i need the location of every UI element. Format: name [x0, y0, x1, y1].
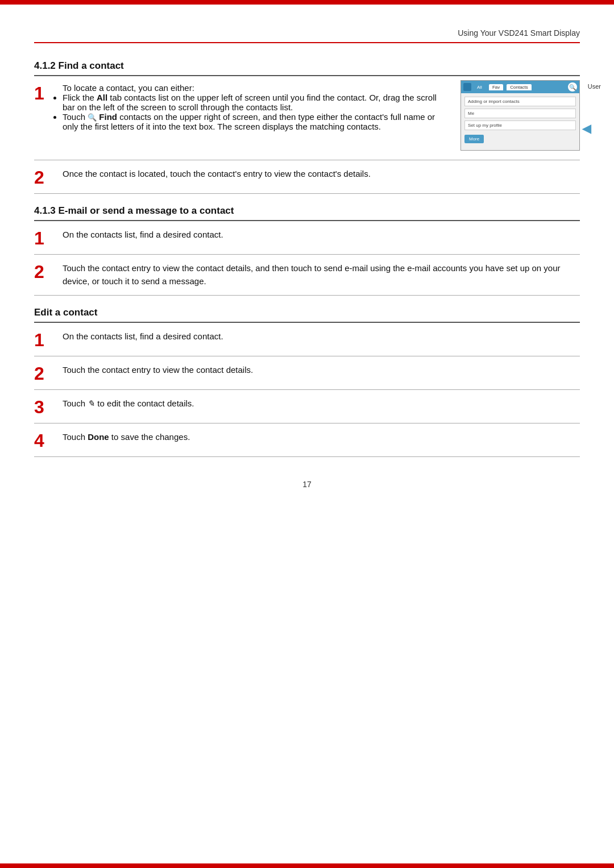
- top-bar: [0, 0, 614, 5]
- mock-list-item-1: Adding or import contacts: [464, 97, 576, 106]
- page: Using Your VSD241 Smart Display 4.1.2 Fi…: [0, 0, 614, 868]
- edit-step-number-4: 4: [34, 430, 63, 450]
- bullet2-text-normal2: contacts on the upper right of screen, a…: [63, 112, 435, 131]
- mock-body: Adding or import contacts Me Set up my p…: [461, 93, 579, 150]
- edit-step-number-1: 1: [34, 330, 63, 349]
- step1-content-area: To locate a contact, you can either: Fli…: [63, 83, 580, 151]
- bullet2-text-bold: Find: [97, 112, 117, 122]
- step-412-1: 1 To locate a contact, you can either: F…: [34, 76, 580, 160]
- step-412-2: 2 Once the contact is located, touch the…: [34, 160, 580, 194]
- step-413-2: 2 Touch the contact entry to view the co…: [34, 255, 580, 296]
- pencil-icon: ✎: [88, 398, 95, 408]
- mock-tab-all: All: [474, 84, 486, 90]
- bullet1-text-normal: Flick the: [63, 93, 97, 102]
- step1-text: To locate a contact, you can either: Fli…: [63, 83, 443, 131]
- step-413-1-text: On the contacts list, find a desired con…: [63, 230, 223, 239]
- mock-list-item-3: Set up my profile: [464, 121, 576, 130]
- mock-list-item-2: Me: [464, 109, 576, 118]
- step-413-number-1: 1: [34, 228, 63, 247]
- edit-step-number-2: 2: [34, 363, 63, 383]
- header-title: Using Your VSD241 Smart Display: [458, 28, 580, 38]
- bullet-2: Touch 🔍 Find contacts on the upper right…: [63, 112, 443, 131]
- edit-step-2-text: Touch the contact entry to view the cont…: [63, 365, 253, 375]
- bullet2-text-normal: Touch: [63, 112, 88, 122]
- mock-icon-1: [463, 83, 471, 91]
- page-number: 17: [34, 480, 580, 489]
- edit-step-2: 2 Touch the contact entry to view the co…: [34, 356, 580, 390]
- edit-step-3-content: Touch ✎ to edit the contact details.: [63, 397, 580, 410]
- edit-step-4-text-pre: Touch: [63, 432, 88, 442]
- step2-content: Once the contact is located, touch the c…: [63, 167, 580, 180]
- bullet1-text-bold: All: [97, 93, 107, 102]
- step2-text: Once the contact is located, touch the c…: [63, 169, 371, 178]
- edit-step-4-text-post: to save the changes.: [109, 432, 190, 442]
- edit-step-4-content: Touch Done to save the changes.: [63, 430, 580, 443]
- mock-tabs-row: All Fav Contacts: [474, 84, 566, 90]
- mock-search-icon: 🔍: [568, 82, 577, 92]
- mock-user-label: User: [588, 83, 601, 90]
- section-413-heading: 4.1.3 E-mail or send a message to a cont…: [34, 205, 580, 221]
- mock-tab-contacts: Contacts: [507, 84, 532, 90]
- step1-bullets: Flick the All tab contacts list on the u…: [63, 93, 443, 131]
- step-413-2-text: Touch the contact entry to view the cont…: [63, 263, 561, 286]
- edit-step-3: 3 Touch ✎ to edit the contact details.: [34, 390, 580, 423]
- edit-step-4: 4 Touch Done to save the changes.: [34, 423, 580, 457]
- section-edit: Edit a contact 1 On the contacts list, f…: [34, 307, 580, 457]
- edit-step-1: 1 On the contacts list, find a desired c…: [34, 323, 580, 356]
- edit-step-1-text: On the contacts list, find a desired con…: [63, 331, 223, 341]
- bottom-bar: [0, 863, 614, 868]
- screenshot-mockup: All Fav Contacts 🔍 Adding or import cont…: [455, 83, 580, 151]
- step-413-2-content: Touch the contact entry to view the cont…: [63, 261, 580, 288]
- edit-step-number-3: 3: [34, 397, 63, 416]
- section-412-heading: 4.1.2 Find a contact: [34, 60, 580, 76]
- screenshot-inner: All Fav Contacts 🔍 Adding or import cont…: [460, 80, 580, 151]
- page-header: Using Your VSD241 Smart Display: [34, 28, 580, 43]
- mock-arrow-icon: ◀: [582, 122, 591, 135]
- edit-step-2-content: Touch the contact entry to view the cont…: [63, 363, 580, 376]
- edit-step-3-text-pre: Touch: [63, 398, 88, 408]
- edit-step-3-text-post: to edit the contact details.: [95, 398, 194, 408]
- mock-tab-fav: Fav: [489, 84, 503, 90]
- edit-step-1-content: On the contacts list, find a desired con…: [63, 330, 580, 343]
- find-search-icon: 🔍: [88, 113, 97, 122]
- step-number-1: 1: [34, 83, 63, 102]
- bullet-1: Flick the All tab contacts list on the u…: [63, 93, 443, 112]
- step-413-1: 1 On the contacts list, find a desired c…: [34, 221, 580, 255]
- step-413-number-2: 2: [34, 261, 63, 281]
- section-edit-heading: Edit a contact: [34, 307, 580, 323]
- section-413: 4.1.3 E-mail or send a message to a cont…: [34, 205, 580, 296]
- bullet1-text-normal2: tab contacts list on the upper left of s…: [63, 93, 437, 112]
- step-413-1-content: On the contacts list, find a desired con…: [63, 228, 580, 241]
- step-number-2: 2: [34, 167, 63, 186]
- step1-intro: To locate a contact, you can either:: [63, 83, 443, 93]
- mock-toolbar: All Fav Contacts 🔍: [461, 81, 579, 93]
- mock-more-button: More: [464, 135, 484, 143]
- section-412: 4.1.2 Find a contact 1 To locate a conta…: [34, 60, 580, 194]
- edit-step-4-text-bold: Done: [88, 432, 109, 442]
